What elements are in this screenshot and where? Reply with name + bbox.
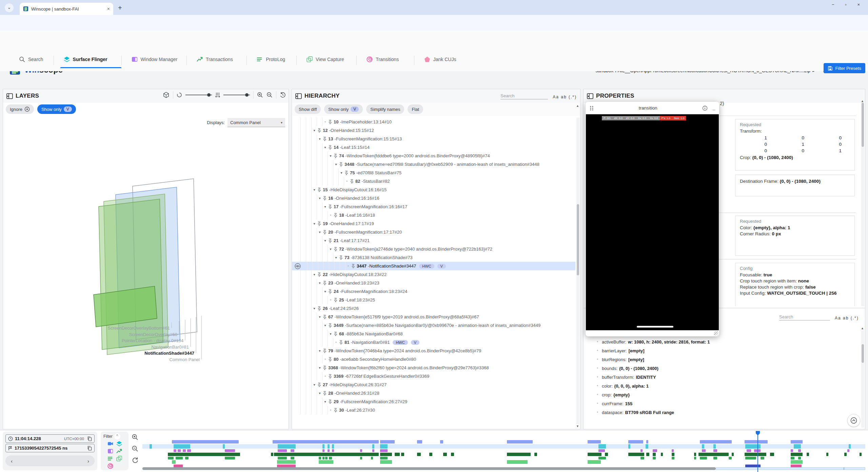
tree-node-18[interactable]: •18- Leaf:16:16#18: [292, 211, 575, 219]
timeline-zoom-in-icon[interactable]: [132, 434, 138, 440]
timeline-reset-icon[interactable]: [132, 457, 138, 464]
nav-tab-jank-cujs[interactable]: Jank CUJs: [424, 56, 456, 62]
tree-node-3369[interactable]: •3369- 67726bf EdgeBackGestureHandler0#3…: [292, 372, 575, 380]
property-row[interactable]: •blurRegions:[empty]: [586, 355, 860, 364]
tree-node-67[interactable]: ▾67- WindowToken{e5176f9 type=2019 andro…: [292, 313, 575, 321]
show-diff-chip[interactable]: Show diff: [295, 104, 321, 114]
tree-node-15[interactable]: ▾15- HideDisplayCutout:16:16#15: [292, 185, 575, 194]
zoom-out-icon[interactable]: [267, 92, 273, 98]
frame-stepper[interactable]: ‹ ›: [5, 455, 95, 466]
ns-time-field[interactable]: 1715339054227572545 ns: [5, 444, 95, 452]
tree-node-68[interactable]: ▾68- 885b63e NavigationBar0#68: [292, 330, 575, 338]
tree-node-13[interactable]: ▾13- FullscreenMagnification:15:15#13: [292, 135, 575, 143]
spacing-slider[interactable]: [223, 95, 250, 95]
tree-node-79[interactable]: ▾79- WindowToken{7046b4a type=2024 andro…: [292, 347, 575, 355]
nav-tab-window-manager[interactable]: Window Manager: [132, 56, 178, 62]
timeline-cursor-handle[interactable]: [756, 431, 760, 435]
property-row[interactable]: •bounds:(0, 0) - (1080, 2400): [586, 364, 860, 373]
tree-node-3447[interactable]: •3447- NotificationShade#3447HWCV: [292, 262, 575, 270]
copy-icon[interactable]: [87, 446, 92, 451]
tree-node-75[interactable]: ▾75- ed70f88 StatusBar#75: [292, 169, 575, 177]
filter-presets-button[interactable]: Filter Presets: [824, 63, 865, 73]
tree-node-25[interactable]: •25- Leaf:18:23#25: [292, 296, 575, 304]
copy-icon[interactable]: [87, 436, 92, 441]
show-only-v-chip[interactable]: Show onlyV: [37, 104, 76, 114]
state-search-input[interactable]: Search: [779, 314, 830, 320]
trace-toggle-trend-icon[interactable]: [116, 448, 122, 454]
tree-node-14[interactable]: ▾14- Leaf:15:15#14: [292, 143, 575, 152]
tree-node-17[interactable]: ▾17- FullscreenMagnification:16:16#17: [292, 202, 575, 211]
browser-tab[interactable]: Winscope | sandbox-FAI ×: [20, 3, 113, 15]
human-time-field[interactable]: 11:04:14.228 UTC+00:00: [5, 434, 95, 443]
minimize-icon[interactable]: _: [712, 105, 715, 111]
tree-node-74[interactable]: ▾74- WindowToken{fdddbe6 type=2000 andro…: [292, 152, 575, 160]
nav-tab-surface-flinger[interactable]: Surface Flinger: [64, 56, 107, 62]
trace-toggle-list-icon[interactable]: [107, 456, 113, 461]
track-protolog[interactable]: [142, 457, 865, 459]
search-match-toggles[interactable]: Aa ab (.*): [553, 95, 577, 99]
tab-search-icon[interactable]: ⌄: [5, 3, 14, 12]
timeline-cursor[interactable]: [757, 431, 758, 472]
info-icon[interactable]: [702, 105, 708, 111]
timeline-zoom-out-icon[interactable]: [132, 445, 138, 452]
track-transactions[interactable]: [142, 453, 865, 456]
property-row[interactable]: •barrierLayer:[empty]: [586, 346, 860, 355]
property-row[interactable]: •crop:{empty}: [586, 390, 860, 399]
scroll-up-icon[interactable]: ▲: [576, 104, 579, 107]
collapse-filter-icon[interactable]: ^: [114, 433, 120, 439]
tree-node-81[interactable]: •81- NavigationBar0#81HWCV: [292, 338, 575, 347]
layers-3d-view[interactable]: ScreenDecorOverlayBottom#61ScreenDecorOv…: [3, 116, 289, 429]
tree-node-3448[interactable]: ▾3448- Surface(name=ed70f88 StatusBar)/@…: [292, 160, 575, 169]
tree-node-72[interactable]: ▾72- WindowToken{a2746de type=2040 andro…: [292, 245, 575, 253]
track-window-manager[interactable]: [142, 449, 865, 452]
tree-node-16[interactable]: ▾16- OneHanded:16:16#16: [292, 194, 575, 202]
property-row[interactable]: •color:(0, 0, 0), alpha: 1: [586, 381, 860, 390]
trace-toggle-capture-icon[interactable]: [116, 456, 122, 461]
scroll-down-icon[interactable]: ▼: [576, 425, 579, 428]
tree-node-73[interactable]: ▾73- 8736138 NotificationShade#73: [292, 253, 575, 262]
trace-toggle-videocam-icon[interactable]: [107, 441, 113, 447]
tree-node-21[interactable]: ▾21- Leaf:17:17#21: [292, 236, 575, 245]
window-controls[interactable]: − ▫ ×: [832, 2, 865, 7]
tree-node-24[interactable]: ▾24- FullscreenMagnification:18:23#24: [292, 287, 575, 296]
scroll-up-icon[interactable]: ▲: [861, 99, 864, 103]
tree-node-3368[interactable]: ▾3368- WindowToken{f6b2f60 type=2024 and…: [292, 363, 575, 372]
tree-node-82[interactable]: •82- StatusBar#82: [292, 177, 575, 185]
show-only-chip[interactable]: Show onlyV: [324, 104, 363, 114]
property-row[interactable]: •bufferTransform:IDENTITY: [586, 373, 860, 381]
ignore-chip[interactable]: Ignore: [6, 104, 34, 114]
simplify-names-chip[interactable]: Simplify names: [366, 104, 404, 114]
tree-scrollbar[interactable]: [861, 331, 864, 428]
visibility-icon[interactable]: [295, 263, 301, 269]
search-match-toggles[interactable]: Aa ab (.*): [835, 316, 859, 320]
tree-node-22[interactable]: ▾22- HideDisplayCutout:18:23#22: [292, 270, 575, 279]
tree-node-20[interactable]: ▾20- FullscreenMagnification:17:17#20: [292, 228, 575, 236]
tree-node-26[interactable]: ▾26- Leaf:24:25#26: [292, 304, 575, 313]
screenshot-overlay[interactable]: transition _ P: 0/1dX: 0.0dY: 0.0Xv: 0.0…: [586, 102, 719, 336]
track-view-capture[interactable]: [142, 460, 865, 464]
nav-tab-view-capture[interactable]: View Capture: [307, 56, 344, 62]
tree-node-27[interactable]: ▾27- HideDisplayCutout:26:31#27: [292, 380, 575, 389]
zoom-in-icon[interactable]: [257, 92, 263, 98]
track-screen-recording[interactable]: [142, 440, 865, 444]
resize-handle-icon[interactable]: [714, 331, 718, 335]
new-tab-button[interactable]: +: [118, 4, 122, 12]
tree-node-19[interactable]: ▾19- OneHanded:17:17#19: [292, 219, 575, 228]
property-row[interactable]: •dataspace:BT709 sRGB Full range: [586, 408, 860, 417]
tree-node-80[interactable]: •80- ace6abb SecondaryHomeHandle0#80: [292, 355, 575, 363]
3d-view-icon[interactable]: [163, 92, 170, 98]
property-row[interactable]: •activeBuffer:w: 1080, h: 2400, stride: …: [586, 337, 860, 346]
timeline-tracks[interactable]: [142, 430, 865, 472]
tree-node-12[interactable]: ▾12- OneHanded:15:15#12: [292, 126, 575, 135]
tree-node-30[interactable]: •30- Leaf:26:27#30: [292, 406, 575, 414]
tree-node-23[interactable]: ▾23- OneHanded:18:23#23: [292, 279, 575, 287]
scroll-up-icon[interactable]: ▲: [861, 327, 864, 330]
drag-handle-icon[interactable]: [590, 105, 594, 111]
hierarchy-search-input[interactable]: Search: [500, 93, 548, 99]
rotation-slider[interactable]: [185, 95, 212, 95]
reset-view-icon[interactable]: [280, 92, 286, 98]
nav-tab-protolog[interactable]: ProtoLog: [257, 56, 285, 62]
hierarchy-scrollbar[interactable]: [576, 118, 579, 424]
tree-node-28[interactable]: ▾28- OneHanded:26:31#28: [292, 389, 575, 397]
tree-node-29[interactable]: ▾29- FullscreenMagnification:26:27#29: [292, 397, 575, 406]
